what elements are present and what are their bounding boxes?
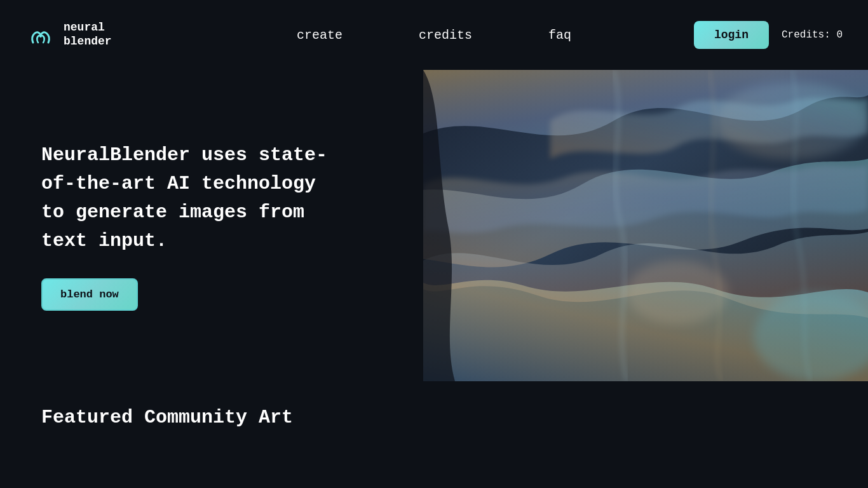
hero-image xyxy=(423,70,868,381)
nav-links: create credits faq xyxy=(297,28,571,43)
logo[interactable]: neural blender xyxy=(25,20,112,50)
community-title: Featured Community Art xyxy=(41,407,827,428)
svg-point-2 xyxy=(627,261,728,324)
blend-now-button[interactable]: blend now xyxy=(41,278,138,311)
logo-icon xyxy=(25,20,56,50)
nav-credits[interactable]: credits xyxy=(419,28,472,43)
hero-section: NeuralBlender uses state-of-the-art AI t… xyxy=(0,70,868,381)
nav-right: login Credits: 0 xyxy=(694,21,843,49)
nav-faq[interactable]: faq xyxy=(548,28,571,43)
community-section: Featured Community Art xyxy=(0,381,868,441)
nav-create[interactable]: create xyxy=(297,28,342,43)
login-button[interactable]: login xyxy=(694,21,769,49)
hero-content: NeuralBlender uses state-of-the-art AI t… xyxy=(41,141,346,311)
credits-display: Credits: 0 xyxy=(782,29,843,41)
hero-artwork xyxy=(423,70,868,381)
logo-text: neural blender xyxy=(64,21,112,48)
navbar: neural blender create credits faq login … xyxy=(0,0,868,70)
svg-point-1 xyxy=(715,83,868,159)
hero-title: NeuralBlender uses state-of-the-art AI t… xyxy=(41,141,346,255)
